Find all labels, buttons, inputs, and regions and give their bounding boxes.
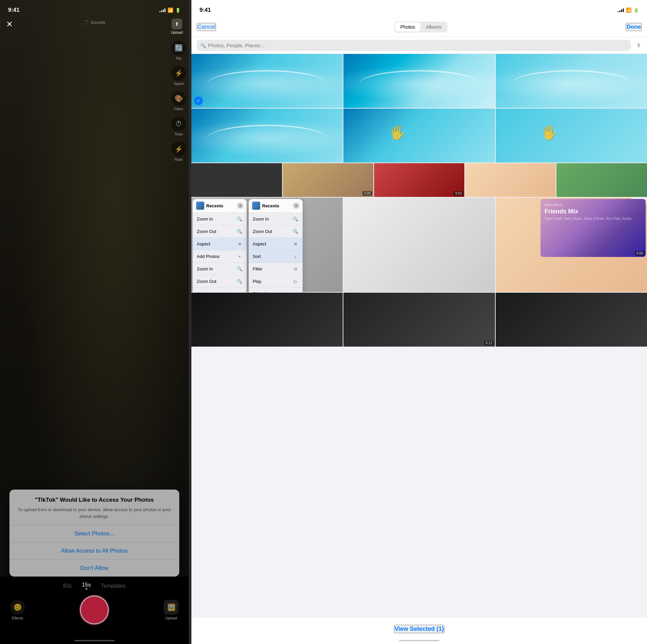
menu-sort-2[interactable]: Sort ↕ [249,250,303,263]
cancel-button[interactable]: Cancel [197,23,216,31]
menu-add-photos[interactable]: Add Photos + [193,250,247,263]
photo-9 [374,163,465,197]
photo-cell-2[interactable] [343,54,495,108]
photo-cell-4[interactable] [191,109,343,163]
photos-picker-header: Cancel Photos Albums Done [191,17,647,37]
status-bar-left: 9:41 📶 🔋 [0,0,189,17]
menu-zoom-in-1b[interactable]: Zoom In 🔍 [193,263,247,275]
grid-row-1: ✓ [191,54,647,108]
context-menu-1-header: Recents ✕ [193,199,247,213]
status-icons-right: 📶 🔋 [618,7,639,13]
zoom-in-icon-1b: 🔍 [237,266,243,272]
search-bar: 🔍 🎙 [191,37,647,54]
menu-close-1[interactable]: ✕ [237,203,243,209]
signal-icon [159,8,165,12]
photo-10 [465,163,556,197]
music-service-label: Apple Music [545,203,642,207]
bg-cell-2 [343,198,495,292]
tab-albums[interactable]: Albums [421,22,447,32]
menu-zoom-in-1[interactable]: Zoom In 🔍 [193,213,247,225]
photo-cell-machine-1[interactable] [191,293,343,347]
music-card-area[interactable]: Apple Music Friends Mix Taylor Swift, Ha… [539,198,647,258]
context-menu-2: Recents ✕ Zoom In 🔍 Zoom Out 🔍 Aspect ✕ … [249,199,303,300]
menu-play[interactable]: Play ▷ [249,275,303,288]
photo-cell-6[interactable] [496,109,647,163]
photo-cell-machine-3[interactable] [496,293,647,347]
view-selected-button[interactable]: View Selected (1) [394,625,445,633]
photo-cell-8[interactable]: 0:09 [283,163,373,197]
music-title: Friends Mix [545,208,642,215]
photo-cell-11[interactable] [556,163,647,197]
music-subtitle: Taylor Swift, Harry Styles, Olivia O'Bri… [545,217,642,221]
aspect-icon-1: ✕ [237,241,243,247]
photo-cell-machine-2[interactable]: 0:13 [343,293,495,347]
search-input[interactable] [208,42,627,48]
done-button[interactable]: Done [626,23,642,31]
time-right: 9:41 [199,7,211,13]
add-photos-icon: + [237,253,243,259]
machine-photo-2 [343,293,495,347]
battery-icon: 🔋 [175,8,181,13]
photo-cell-10[interactable] [465,163,556,197]
grid-row-3: 0:09 0:53 [191,163,647,197]
photo-8 [283,163,373,197]
status-bar-right: 9:41 📶 🔋 [191,0,647,17]
sort-icon-2: ↕ [292,253,299,259]
photo-5 [343,109,495,163]
photo-4 [191,109,343,163]
upload-button-top[interactable]: ⬆ Upload [171,19,183,34]
selected-badge: ✓ [194,96,203,105]
right-phone: 9:41 📶 🔋 Cancel Photos Albums Done 🔍 🎙 [191,0,647,644]
close-button[interactable]: ✕ [6,20,13,29]
menu-close-2[interactable]: ✕ [293,203,299,209]
menu-aspect-2[interactable]: Aspect ✕ [249,238,303,250]
photo-6 [496,109,647,163]
menu-zoom-out-1[interactable]: Zoom Out 🔍 [193,225,247,238]
photo-cell-5[interactable] [343,109,495,163]
microphone-icon[interactable]: 🎙 [636,42,642,49]
blur-overlay [0,0,189,644]
status-icons-left: 📶 🔋 [159,7,181,13]
photo-grid: ✓ [191,54,647,617]
machine-photo-1 [191,293,343,347]
zoom-out-icon-1: 🔍 [237,228,243,234]
apple-music-card[interactable]: Apple Music Friends Mix Taylor Swift, Ha… [541,199,646,257]
menu-zoom-in-2[interactable]: Zoom In 🔍 [249,213,303,225]
signal-icon-right [618,8,624,12]
menu-thumb-1 [196,202,204,210]
time-left: 9:41 [8,7,20,13]
grid-row-2 [191,109,647,163]
tiktok-camera-ui: 🎵 Sounds ✕ ⬆ Upload 🔄 Flip ⚡ Speed 🎨 Fil… [0,0,189,644]
filter-icon: ⊙ [292,266,299,272]
photo-11 [556,163,647,197]
context-menu-2-header: Recents ✕ [249,199,303,213]
search-wrapper[interactable]: 🔍 [197,40,631,51]
menu-aspect-1[interactable]: Aspect ✕ [193,238,247,250]
photo-1 [191,54,343,108]
menu-filter[interactable]: Filter ⊙ [249,263,303,275]
context-menu-area: Recents ✕ Zoom In 🔍 Zoom Out 🔍 Aspect ✕ … [191,198,647,292]
photo-cell-3[interactable] [496,54,647,108]
home-indicator-right [399,640,439,641]
tab-switcher: Photos Albums [394,22,448,32]
photo-2 [343,54,495,108]
grid-row-5: 0:13 [191,293,647,347]
duration-machine-2: 0:13 [484,341,493,345]
photo-cell-1[interactable]: ✓ [191,54,343,108]
zoom-in-icon-2: 🔍 [292,216,299,222]
menu-zoom-out-2[interactable]: Zoom Out 🔍 [249,225,303,238]
upload-icon: ⬆ [172,19,182,29]
machine-photo-3 [496,293,647,347]
zoom-out-icon-1b: 🔍 [237,278,243,284]
menu-thumb-2 [252,202,260,210]
battery-icon-right: 🔋 [634,8,639,13]
tab-photos[interactable]: Photos [395,22,421,32]
left-phone: 9:41 📶 🔋 🎵 Sounds ✕ ⬆ Upload [0,0,189,644]
wifi-icon-right: 📶 [626,7,631,13]
play-icon: ▷ [292,278,299,284]
menu-zoom-out-1b[interactable]: Zoom Out 🔍 [193,275,247,288]
music-duration: 0:09 [635,251,644,256]
photo-cell-7[interactable] [191,163,282,197]
search-icon: 🔍 [200,43,206,48]
photo-cell-9[interactable]: 0:53 [374,163,465,197]
